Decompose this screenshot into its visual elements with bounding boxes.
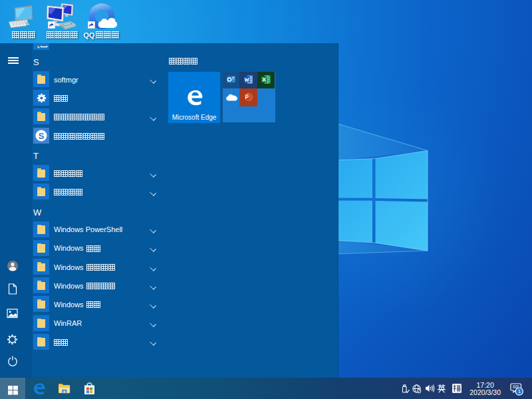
svg-text:S: S	[39, 130, 45, 140]
svg-text:1: 1	[518, 388, 521, 394]
